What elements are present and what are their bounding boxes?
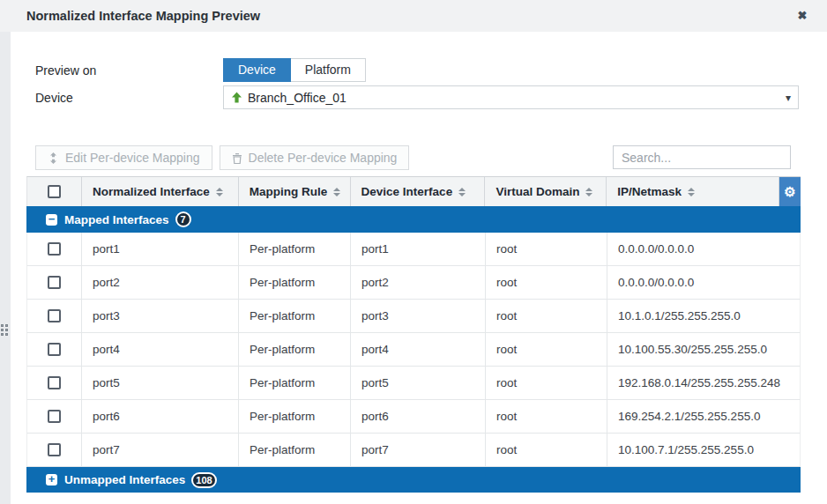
- cell-normalized-interface: port7: [82, 434, 239, 466]
- cell-normalized-interface: port3: [82, 300, 239, 332]
- column-header-device-interface[interactable]: Device Interface: [351, 177, 486, 206]
- sort-icon: [688, 188, 695, 196]
- interface-mapping-table: Normalized Interface Mapping Rule Device…: [26, 176, 801, 493]
- cell-device-interface: port3: [351, 300, 486, 332]
- group-label: Mapped Interfaces: [64, 213, 169, 226]
- row-checkbox[interactable]: [48, 376, 61, 389]
- group-count-badge: 108: [191, 472, 216, 488]
- cell-ip-netmask: 10.100.7.1/255.255.255.0: [607, 434, 780, 466]
- group-label: Unmapped Interfaces: [64, 473, 185, 486]
- table-row: port6 Per-platform port6 root 169.254.2.…: [26, 400, 801, 434]
- cell-ip-netmask: 10.100.55.30/255.255.255.0: [607, 333, 780, 366]
- row-checkbox[interactable]: [48, 410, 61, 423]
- row-checkbox-cell: [27, 400, 82, 433]
- cell-virtual-domain: root: [486, 434, 607, 466]
- cell-normalized-interface: port1: [82, 233, 239, 265]
- device-up-arrow-icon: [231, 92, 242, 103]
- row-checkbox[interactable]: [48, 343, 61, 356]
- sort-icon: [585, 188, 592, 196]
- edit-mapping-icon: [48, 152, 59, 164]
- mapped-interfaces-rows: port1 Per-platform port1 root 0.0.0.0/0.…: [26, 233, 801, 467]
- cell-normalized-interface: port4: [82, 333, 239, 366]
- tab-platform[interactable]: Platform: [291, 58, 366, 82]
- cell-mapping-rule: Per-platform: [239, 400, 351, 433]
- cell-virtual-domain: root: [486, 400, 607, 433]
- resize-grip-handle[interactable]: [1, 324, 9, 339]
- row-checkbox-cell: [27, 333, 82, 366]
- table-row: port2 Per-platform port2 root 0.0.0.0/0.…: [26, 266, 801, 300]
- column-header-virtual-domain[interactable]: Virtual Domain: [485, 177, 607, 206]
- cell-mapping-rule: Per-platform: [239, 300, 351, 332]
- cell-device-interface: port2: [351, 266, 486, 299]
- cell-ip-netmask: 0.0.0.0/0.0.0.0: [607, 233, 780, 265]
- column-settings-button[interactable]: ⚙: [779, 177, 801, 206]
- preview-on-label: Preview on: [35, 63, 96, 78]
- cell-virtual-domain: root: [486, 300, 607, 332]
- table-row: port3 Per-platform port3 root 10.1.0.1/2…: [26, 300, 801, 333]
- row-checkbox-cell: [27, 233, 82, 265]
- device-label: Device: [35, 91, 73, 105]
- search-input[interactable]: [613, 145, 791, 169]
- cell-virtual-domain: root: [486, 233, 607, 265]
- delete-per-device-mapping-button[interactable]: Delete Per-device Mapping: [220, 145, 410, 170]
- cell-device-interface: port1: [351, 233, 486, 265]
- preview-on-segmented-control: Device Platform: [223, 58, 366, 82]
- cell-virtual-domain: root: [486, 367, 607, 399]
- cell-mapping-rule: Per-platform: [239, 266, 351, 299]
- group-header-unmapped-interfaces[interactable]: + Unmapped Interfaces 108: [26, 467, 801, 493]
- table-row: port7 Per-platform port7 root 10.100.7.1…: [26, 434, 801, 467]
- group-header-mapped-interfaces[interactable]: − Mapped Interfaces 7: [26, 206, 801, 233]
- cell-normalized-interface: port2: [82, 266, 239, 299]
- dialog-titlebar: Normalized Interface Mapping Preview ✖: [0, 0, 827, 32]
- row-checkbox[interactable]: [48, 276, 61, 289]
- expand-icon: +: [46, 474, 57, 485]
- select-all-checkbox[interactable]: [48, 185, 61, 198]
- sort-icon: [216, 188, 223, 196]
- device-select[interactable]: Branch_Office_01 ▾: [223, 85, 799, 109]
- gear-icon: ⚙: [784, 184, 795, 200]
- cell-device-interface: port5: [351, 367, 486, 399]
- trash-icon: [232, 152, 242, 164]
- row-checkbox-cell: [27, 367, 82, 399]
- cell-mapping-rule: Per-platform: [239, 367, 351, 399]
- cell-mapping-rule: Per-platform: [239, 434, 351, 466]
- device-select-value: Branch_Office_01: [248, 91, 786, 105]
- table-row: port5 Per-platform port5 root 192.168.0.…: [26, 367, 801, 400]
- column-header-normalized-interface[interactable]: Normalized Interface: [82, 177, 239, 206]
- toolbar: Edit Per-device Mapping Delete Per-devic…: [35, 145, 409, 170]
- dialog-title: Normalized Interface Mapping Preview: [26, 0, 260, 32]
- column-header-ip-netmask[interactable]: IP/Netmask: [607, 177, 779, 206]
- close-icon[interactable]: ✖: [794, 8, 810, 24]
- cell-virtual-domain: root: [486, 333, 607, 366]
- sort-icon: [458, 188, 466, 196]
- edit-per-device-mapping-button[interactable]: Edit Per-device Mapping: [35, 145, 212, 170]
- cell-device-interface: port4: [351, 333, 486, 366]
- table-row: port1 Per-platform port1 root 0.0.0.0/0.…: [26, 233, 801, 266]
- sort-icon: [333, 188, 340, 196]
- tab-device[interactable]: Device: [223, 58, 291, 82]
- table-header-row: Normalized Interface Mapping Rule Device…: [26, 176, 801, 206]
- row-checkbox[interactable]: [48, 443, 61, 456]
- cell-device-interface: port6: [351, 400, 486, 433]
- row-checkbox-cell: [27, 300, 82, 332]
- select-all-checkbox-cell: [27, 177, 82, 206]
- cell-ip-netmask: 10.1.0.1/255.255.255.0: [607, 300, 780, 332]
- row-checkbox[interactable]: [48, 242, 61, 256]
- cell-device-interface: port7: [351, 434, 486, 466]
- cell-mapping-rule: Per-platform: [239, 233, 351, 265]
- cell-ip-netmask: 192.168.0.14/255.255.255.248: [607, 367, 780, 399]
- cell-ip-netmask: 169.254.2.1/255.255.255.0: [607, 400, 780, 433]
- row-checkbox-cell: [27, 434, 82, 466]
- cell-normalized-interface: port6: [82, 400, 239, 433]
- cell-mapping-rule: Per-platform: [239, 333, 351, 366]
- collapse-icon: −: [46, 214, 57, 226]
- cell-ip-netmask: 0.0.0.0/0.0.0.0: [607, 266, 780, 299]
- row-checkbox[interactable]: [48, 309, 61, 322]
- dialog-body: Preview on Device Platform Device Branch…: [11, 32, 827, 504]
- chevron-down-icon: ▾: [786, 92, 791, 104]
- cell-normalized-interface: port5: [82, 367, 239, 399]
- group-count-badge: 7: [175, 211, 191, 227]
- column-header-mapping-rule[interactable]: Mapping Rule: [239, 177, 351, 206]
- cell-virtual-domain: root: [486, 266, 607, 299]
- row-checkbox-cell: [27, 266, 82, 299]
